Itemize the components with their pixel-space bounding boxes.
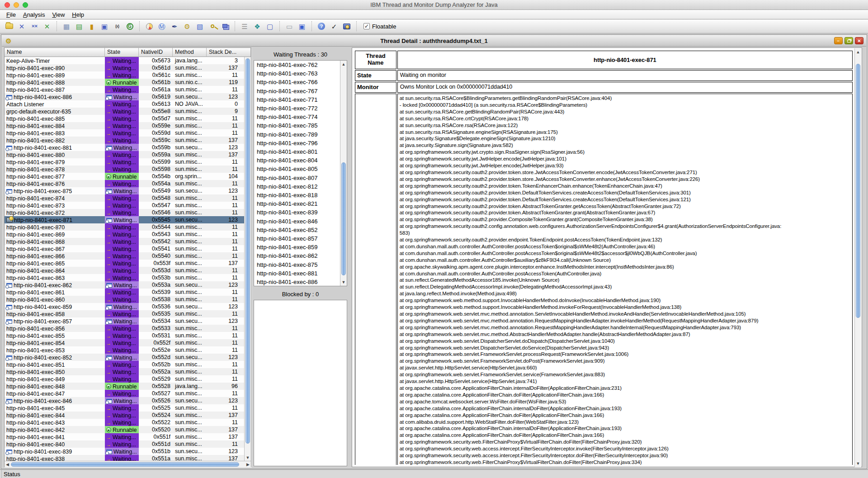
waiting-thread-item[interactable]: http-nio-8401-exec-875 — [254, 260, 347, 269]
native-id-cell[interactable]: 0x561d — [139, 64, 173, 71]
table-row[interactable]: http-nio-8401-exec-886Waiting...0x5619su… — [5, 93, 244, 100]
thread-name-cell[interactable]: http-nio-8401-exec-856 — [5, 325, 105, 332]
stack-depth-cell[interactable]: 11 — [207, 310, 244, 317]
table-row[interactable]: http-nio-8401-exec-851→Waiting...0x552bs… — [5, 361, 244, 368]
thread-name-cell[interactable]: http-nio-8401-exec-852 — [5, 354, 105, 361]
table-row[interactable]: http-nio-8401-exec-889→Waiting...0x561cs… — [5, 71, 244, 79]
native-id-cell[interactable]: 0x554a — [139, 180, 173, 187]
method-cell[interactable]: sun.misc... — [173, 346, 207, 354]
native-id-cell[interactable]: 0x553d — [139, 267, 173, 274]
waiting-thread-item[interactable]: http-nio-8401-exec-881 — [254, 269, 347, 278]
method-cell[interactable]: sun.secu... — [173, 144, 207, 151]
table-row[interactable]: http-nio-8401-exec-849→Waiting...0x5529s… — [5, 375, 244, 383]
thread-name-cell[interactable]: http-nio-8401-exec-882 — [5, 137, 105, 144]
native-id-cell[interactable]: 0x5619 — [139, 93, 173, 100]
open-dump-icon[interactable] — [3, 21, 15, 32]
native-id-cell[interactable]: 0x559d — [139, 129, 173, 137]
thread-state-cell[interactable]: →Waiting... — [105, 86, 139, 93]
method-cell[interactable]: sun.secu... — [173, 448, 207, 455]
native-id-cell[interactable]: 0x559c — [139, 137, 173, 144]
column-header-state[interactable]: State — [105, 48, 139, 57]
copy-icon[interactable] — [219, 21, 231, 32]
scroll-down-icon[interactable]: ▼ — [340, 279, 347, 285]
help-icon[interactable]: ? — [316, 21, 327, 32]
table-row[interactable]: http-nio-8401-exec-847→Waiting...0x5527s… — [5, 390, 244, 397]
thread-state-cell[interactable]: →Waiting... — [105, 194, 139, 202]
stack-depth-cell[interactable]: 11 — [207, 122, 244, 129]
native-id-cell[interactable]: 0x551a — [139, 455, 173, 461]
thread-state-cell[interactable]: →Waiting... — [105, 209, 139, 216]
stack-depth-cell[interactable]: 11 — [207, 332, 244, 339]
table-row[interactable]: http-nio-8401-exec-842▶Runnable0x5520sun… — [5, 426, 244, 433]
scroll-down-icon[interactable]: ▼ — [245, 455, 251, 460]
stack-depth-cell[interactable]: 11 — [207, 245, 244, 252]
table-row[interactable]: http-nio-8401-exec-885→Waiting...0x55d7s… — [5, 115, 244, 122]
mac-zoom-button[interactable] — [23, 2, 28, 8]
thread-state-cell[interactable]: →Waiting... — [105, 202, 139, 209]
thread-name-cell[interactable]: http-nio-8401-exec-841 — [5, 433, 105, 440]
thread-name-cell[interactable]: http-nio-8401-exec-858 — [5, 310, 105, 317]
native-id-cell[interactable]: 0x552f — [139, 339, 173, 346]
stack-depth-cell[interactable]: 123 — [207, 354, 244, 361]
native-id-cell[interactable]: 0x559e — [139, 122, 173, 129]
gc-icon[interactable]: G — [124, 21, 136, 32]
scroll-up-icon[interactable]: ▲ — [340, 62, 347, 67]
stack-depth-cell[interactable]: 123 — [207, 303, 244, 310]
scroll-up-icon[interactable]: ▲ — [855, 49, 861, 55]
thread-name-cell[interactable]: http-nio-8401-exec-863 — [5, 274, 105, 281]
thread-state-cell[interactable]: →Waiting... — [105, 137, 139, 144]
thread-state-cell[interactable]: →Waiting... — [105, 245, 139, 252]
pie-chart-icon[interactable] — [143, 21, 155, 32]
stack-depth-cell[interactable]: 137 — [207, 64, 244, 71]
thread-state-cell[interactable]: →Waiting... — [105, 310, 139, 317]
table-row[interactable]: http-nio-8401-exec-879→Waiting...0x5599s… — [5, 158, 244, 166]
thread-name-cell[interactable]: http-nio-8401-exec-857 — [5, 317, 105, 325]
table-row[interactable]: http-nio-8401-exec-868→Waiting...0x5542s… — [5, 238, 244, 245]
thread-name-cell[interactable]: http-nio-8401-exec-874 — [5, 194, 105, 202]
gear-icon[interactable]: ⚙ — [181, 21, 193, 32]
native-id-cell[interactable]: 0x5541 — [139, 245, 173, 252]
stack-depth-cell[interactable]: 11 — [207, 375, 244, 383]
method-cell[interactable]: sun.misc... — [173, 71, 207, 79]
method-cell[interactable]: NO JAVA... — [173, 100, 207, 108]
thread-state-cell[interactable]: →Waiting... — [105, 158, 139, 166]
thread-duration-icon[interactable]: ▤ — [73, 21, 85, 32]
method-cell[interactable]: sun.misc... — [173, 361, 207, 368]
thread-name-cell[interactable]: http-nio-8401-exec-869 — [5, 231, 105, 238]
thread-name-cell[interactable]: http-nio-8401-exec-878 — [5, 166, 105, 173]
menu-file[interactable]: File — [3, 10, 19, 19]
table-row[interactable]: http-nio-8401-exec-876→Waiting...0x554as… — [5, 180, 244, 187]
mac-close-button[interactable] — [5, 2, 10, 8]
thread-name-cell[interactable]: http-nio-8401-exec-881 — [5, 144, 105, 151]
table-row[interactable]: http-nio-8401-exec-848▶Runnable0x5528jav… — [5, 383, 244, 390]
check-icon[interactable]: ✓ — [328, 21, 340, 32]
waiting-thread-item[interactable]: http-nio-8401-exec-807 — [254, 174, 347, 182]
method-cell[interactable]: sun.misc... — [173, 238, 207, 245]
snapshot-icon[interactable] — [341, 21, 353, 32]
method-cell[interactable]: sun.misc... — [173, 209, 207, 216]
table-row[interactable]: http-nio-8401-exec-884→Waiting...0x559es… — [5, 122, 244, 129]
thread-name-cell[interactable]: http-nio-8401-exec-879 — [5, 158, 105, 166]
thread-state-cell[interactable]: →Waiting... — [105, 180, 139, 187]
method-cell[interactable]: sun.misc... — [173, 332, 207, 339]
waiting-thread-item[interactable]: http-nio-8401-exec-772 — [254, 104, 347, 113]
thread-name-cell[interactable]: http-nio-8401-exec-861 — [5, 289, 105, 296]
table-hscroll-thumb[interactable] — [11, 462, 239, 467]
floatable-checkbox-box[interactable]: ✓ — [363, 23, 370, 29]
native-id-cell[interactable]: 0x552d — [139, 354, 173, 361]
method-cell[interactable]: sun.misc... — [173, 426, 207, 433]
stack-depth-cell[interactable]: 11 — [207, 202, 244, 209]
method-cell[interactable]: sun.misc... — [173, 339, 207, 346]
table-row[interactable]: http-nio-8401-exec-866→Waiting...0x5540s… — [5, 252, 244, 260]
native-id-cell[interactable]: 0x5538 — [139, 296, 173, 303]
list-view-icon[interactable]: ☰ — [239, 21, 250, 32]
stack-depth-cell[interactable]: 11 — [207, 339, 244, 346]
stack-depth-cell[interactable]: 11 — [207, 361, 244, 368]
stack-depth-cell[interactable]: 137 — [207, 151, 244, 158]
native-id-cell[interactable]: 0x5528 — [139, 383, 173, 390]
stack-depth-cell[interactable]: 11 — [207, 368, 244, 375]
waiting-thread-item[interactable]: http-nio-8401-exec-766 — [254, 78, 347, 86]
thread-name-cell[interactable]: http-nio-8401-exec-888 — [5, 79, 105, 86]
thread-name-cell[interactable]: http-nio-8401-exec-865 — [5, 260, 105, 267]
thread-state-cell[interactable]: →Waiting... — [105, 346, 139, 354]
